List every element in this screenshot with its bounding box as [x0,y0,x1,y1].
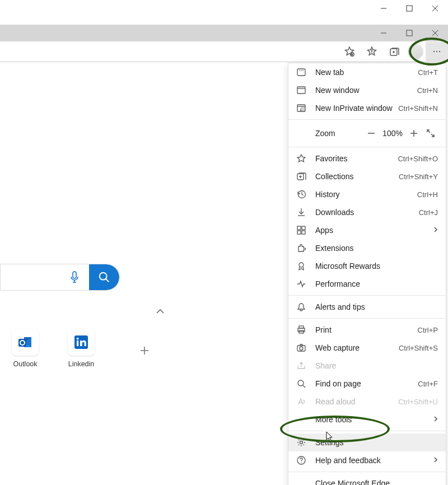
menu-label: Favorites [315,154,398,163]
tile-label: Outlook [0,360,50,368]
menu-favorites[interactable]: Favorites Ctrl+Shift+O [288,150,446,167]
menu-new-inprivate[interactable]: New InPrivate window Ctrl+Shift+N [288,99,446,117]
menu-extensions[interactable]: Extensions [288,239,446,257]
menu-shortcut: Ctrl+J [419,208,438,217]
svg-rect-1 [407,6,412,11]
svg-point-71 [301,462,301,463]
search-submit-button[interactable] [89,264,119,290]
menu-label: History [315,190,417,199]
menu-label: Settings [315,438,438,447]
svg-point-31 [77,338,79,340]
svg-point-69 [300,441,303,444]
tile-label: Linkedin [56,360,106,368]
menu-label: Apps [315,226,431,235]
svg-point-66 [298,380,304,386]
menu-label: Print [315,325,418,334]
browser-toolbar [0,41,448,62]
menu-separator [288,431,446,431]
menu-label: Microsoft Rewards [315,262,438,271]
svg-point-37 [302,70,304,71]
menu-performance[interactable]: Performance [288,275,446,293]
svg-rect-57 [297,231,301,234]
add-tile-button[interactable] [134,341,155,361]
menu-downloads[interactable]: Downloads Ctrl+J [288,203,446,221]
menu-settings[interactable]: Settings [288,433,446,451]
read-aloud-icon [296,397,306,407]
menu-apps[interactable]: Apps [288,221,446,239]
menu-web-capture[interactable]: Web capture Ctrl+Shift+S [288,339,446,357]
menu-label: New InPrivate window [315,104,398,113]
menu-close-edge[interactable]: Close Microsoft Edge [288,474,446,485]
svg-point-18 [436,51,437,52]
menu-new-window[interactable]: New window Ctrl+N [288,81,446,99]
tile-outlook[interactable]: Outlook [0,329,50,368]
svg-point-64 [300,347,303,350]
add-favorite-button[interactable] [338,42,361,61]
collections-button[interactable] [383,42,405,61]
svg-point-19 [439,51,440,52]
menu-collections[interactable]: Collections Ctrl+Shift+Y [288,167,446,185]
svg-point-59 [299,263,304,267]
menu-read-aloud: Read aloud Ctrl+Shift+U [288,393,446,411]
menu-separator [288,295,446,296]
collapse-toggle[interactable] [156,307,165,316]
menu-label: New window [315,86,417,95]
svg-rect-34 [297,69,305,76]
browser-minimize-button[interactable] [371,25,396,41]
svg-rect-43 [301,106,305,111]
menu-label: More tools [315,415,431,424]
favorite-icon [296,153,306,164]
svg-line-24 [106,279,109,282]
svg-rect-30 [77,341,78,346]
voice-search-button[interactable] [1,264,89,290]
browser-close-button[interactable] [422,25,448,41]
menu-print[interactable]: Print Ctrl+P [288,321,446,339]
zoom-value: 100% [380,129,405,138]
rewards-icon [296,261,306,271]
menu-separator [288,318,446,319]
web-capture-icon [296,343,306,353]
zoom-in-button[interactable] [405,129,422,138]
tile-linkedin[interactable]: Linkedin [56,329,106,368]
blank-icon [296,478,306,485]
menu-shortcut: Ctrl+F [418,380,438,388]
menu-history[interactable]: History Ctrl+H [288,185,446,203]
profile-avatar[interactable] [408,44,423,59]
menu-label: Collections [315,172,399,181]
menu-help[interactable]: Help and feedback [288,451,446,469]
svg-rect-20 [73,272,76,278]
svg-point-23 [100,273,107,280]
chevron-right-icon [433,415,438,424]
os-maximize-button[interactable] [396,0,422,17]
menu-more-tools[interactable]: More tools [288,411,446,428]
svg-point-35 [299,70,300,71]
os-minimize-button[interactable] [371,0,396,17]
menu-shortcut: Ctrl+Shift+Y [399,172,438,181]
fullscreen-button[interactable] [422,129,439,138]
menu-label: Alerts and tips [315,302,438,311]
menu-new-tab[interactable]: New tab Ctrl+T [288,63,446,81]
os-close-button[interactable] [422,0,448,17]
menu-shortcut: Ctrl+P [418,326,438,334]
svg-line-67 [303,385,305,388]
menu-shortcut: Ctrl+N [417,86,438,95]
browser-maximize-button[interactable] [396,25,422,41]
menu-shortcut: Ctrl+Shift+U [398,398,438,406]
download-icon [296,207,306,217]
menu-shortcut: Ctrl+H [417,190,438,199]
svg-rect-5 [407,30,412,36]
new-window-icon [296,85,306,95]
share-icon [296,361,306,371]
menu-label: Close Microsoft Edge [315,479,438,485]
new-tab-icon [296,67,306,77]
menu-rewards[interactable]: Microsoft Rewards [288,257,446,275]
menu-label: New tab [315,68,418,77]
zoom-out-button[interactable] [363,129,380,138]
search-box[interactable] [0,264,120,291]
settings-and-more-button[interactable] [426,42,448,61]
svg-rect-38 [297,87,305,94]
menu-alerts[interactable]: Alerts and tips [288,298,446,316]
menu-zoom-row: Zoom 100% [288,122,446,144]
favorites-button[interactable] [361,42,383,61]
menu-find[interactable]: Find on page Ctrl+F [288,375,446,393]
